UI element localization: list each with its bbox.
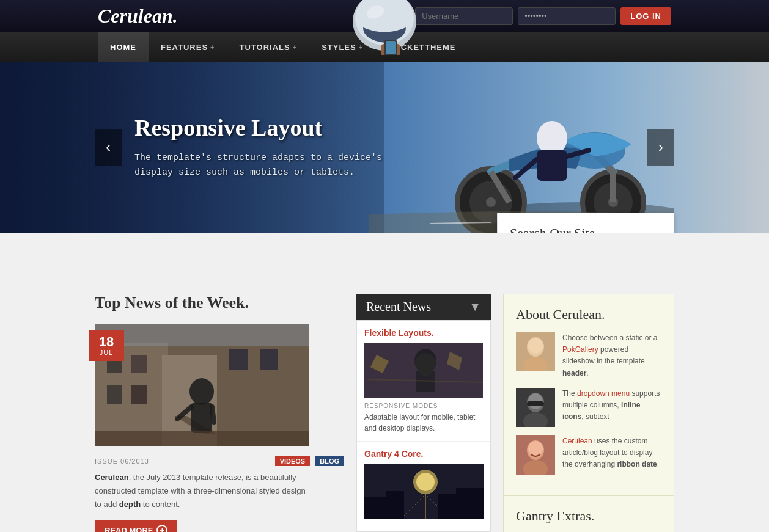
pokgallery-link[interactable]: PokGallery	[562, 345, 598, 354]
svg-rect-15	[537, 150, 567, 181]
article-cerulean-strong: Cerulean	[95, 473, 129, 482]
article-image-wrap: 18 JUL	[95, 324, 309, 446]
search-box: Search Our Site 🔍 GO	[497, 213, 674, 233]
password-input[interactable]	[518, 7, 616, 25]
nav-item-tutorials[interactable]: TUTORIALS +	[227, 32, 310, 62]
nav-item-features[interactable]: FEATURES +	[149, 32, 227, 62]
svg-rect-33	[95, 324, 309, 346]
news-item-1-title[interactable]: Flexible Layouts.	[364, 328, 483, 338]
recent-news-item-1: Flexible Layouts.	[357, 321, 490, 442]
svg-rect-44	[386, 491, 404, 519]
svg-point-50	[528, 338, 543, 354]
site-header: Cerulean. LOG IN	[0, 0, 769, 32]
hero-title: Responsive Layout	[134, 114, 382, 141]
svg-rect-23	[131, 355, 147, 373]
chevron-down-icon[interactable]: ▼	[469, 300, 481, 314]
dropdown-menu-link[interactable]: dropdown menu	[577, 389, 630, 398]
svg-rect-45	[438, 494, 459, 519]
ribbon-date-bold: ribbon date	[617, 460, 657, 468]
tag-blog[interactable]: BLOG	[315, 456, 344, 466]
gantry-extras-box: Gantry Extras.	[503, 496, 674, 532]
avatar-2	[516, 388, 555, 427]
search-box-title: Search Our Site	[510, 225, 661, 233]
right-column: About Cerulean. Choose between a static …	[503, 294, 674, 532]
main-content: Top News of the Week. 18 JUL	[0, 233, 769, 532]
date-badge: 18 JUL	[89, 330, 124, 361]
hero-next-button[interactable]: ›	[647, 129, 674, 166]
recent-news-header: Recent News ▼	[356, 294, 491, 320]
svg-rect-46	[456, 488, 484, 519]
hero-description: The template's structure adapts to a dev…	[134, 151, 382, 180]
svg-point-14	[537, 121, 567, 155]
read-more-plus-icon: +	[156, 525, 167, 532]
hero-content: Responsive Layout The template's structu…	[134, 114, 382, 180]
news-item-1-image	[364, 343, 483, 398]
news-item-2-title[interactable]: Gantry 4 Core.	[364, 449, 483, 459]
hero-motorcycle-image	[369, 62, 674, 233]
news-item-1-desc: Adaptable layout for mobile, tablet and …	[364, 412, 483, 434]
about-title: About Cerulean.	[516, 307, 661, 322]
avatar-3	[516, 435, 555, 475]
about-item-1: Choose between a static or a PokGallery …	[516, 332, 661, 379]
date-month: JUL	[89, 349, 124, 356]
hero-section: ‹ Responsive Layout The template's struc…	[0, 62, 769, 233]
gantry-extras-title: Gantry Extras.	[516, 508, 661, 524]
top-news-title: Top News of the Week.	[95, 294, 344, 312]
recent-news-title: Recent News	[366, 300, 431, 314]
svg-rect-5	[386, 41, 396, 54]
svg-rect-55	[527, 401, 544, 406]
login-button[interactable]: LOG IN	[620, 7, 671, 25]
svg-rect-25	[131, 385, 147, 404]
helmet-decoration	[348, 0, 421, 57]
read-more-button[interactable]: READ MORE +	[95, 520, 177, 532]
avatar-1	[516, 332, 555, 371]
middle-column: Recent News ▼ Flexible Layouts.	[356, 294, 491, 532]
svg-rect-26	[229, 349, 248, 370]
svg-rect-32	[95, 431, 309, 446]
about-text-3: Cerulean uses the custom article/blog la…	[562, 435, 661, 475]
svg-point-9	[486, 197, 496, 207]
header-bold: header	[562, 369, 586, 377]
nav-item-home[interactable]: HOME	[98, 32, 149, 62]
nav-plus-features: +	[210, 43, 215, 51]
nav-plus-tutorials: +	[293, 43, 297, 51]
svg-rect-29	[191, 403, 212, 433]
about-item-3: Cerulean uses the custom article/blog la…	[516, 435, 661, 475]
header-auth-area: LOG IN	[415, 7, 671, 25]
recent-news-body: Flexible Layouts.	[356, 320, 491, 532]
svg-point-28	[189, 378, 214, 405]
read-more-label: READ MORE	[105, 526, 153, 532]
hero-prev-button[interactable]: ‹	[95, 129, 122, 166]
left-column: Top News of the Week. 18 JUL	[95, 294, 344, 532]
svg-rect-43	[364, 497, 389, 519]
svg-line-31	[212, 407, 214, 422]
news-item-2-image	[364, 464, 483, 519]
tag-videos[interactable]: VIDEOS	[275, 456, 311, 466]
article-image-svg	[95, 324, 309, 446]
issue-label: ISSUE 06/2013	[95, 457, 149, 465]
svg-rect-24	[107, 385, 122, 404]
about-text-2: The dropdown menu supports multiple colu…	[562, 388, 661, 427]
article-meta: ISSUE 06/2013 VIDEOS BLOG	[95, 456, 344, 466]
inline-icons-bold: inline icons	[562, 401, 640, 421]
site-logo: Cerulean.	[98, 5, 178, 27]
article-body: Cerulean, the July 2013 template release…	[95, 471, 309, 511]
about-box: About Cerulean. Choose between a static …	[503, 294, 674, 496]
date-number: 18	[89, 335, 124, 349]
depth-word: depth	[119, 500, 141, 509]
news-item-1-tag: RESPONSIVE MODES	[364, 403, 483, 409]
cerulean-link[interactable]: Cerulean	[562, 437, 592, 445]
about-text-1: Choose between a static or a PokGallery …	[562, 332, 661, 379]
svg-rect-27	[260, 349, 278, 370]
main-content-wrap: Top News of the Week. 18 JUL	[0, 233, 769, 532]
about-item-2: The dropdown menu supports multiple colu…	[516, 388, 661, 427]
username-input[interactable]	[415, 7, 513, 25]
recent-news-item-2: Gantry 4 Core.	[357, 442, 490, 531]
article-main-image	[95, 324, 309, 446]
svg-point-60	[528, 441, 543, 457]
svg-point-39	[416, 473, 435, 491]
